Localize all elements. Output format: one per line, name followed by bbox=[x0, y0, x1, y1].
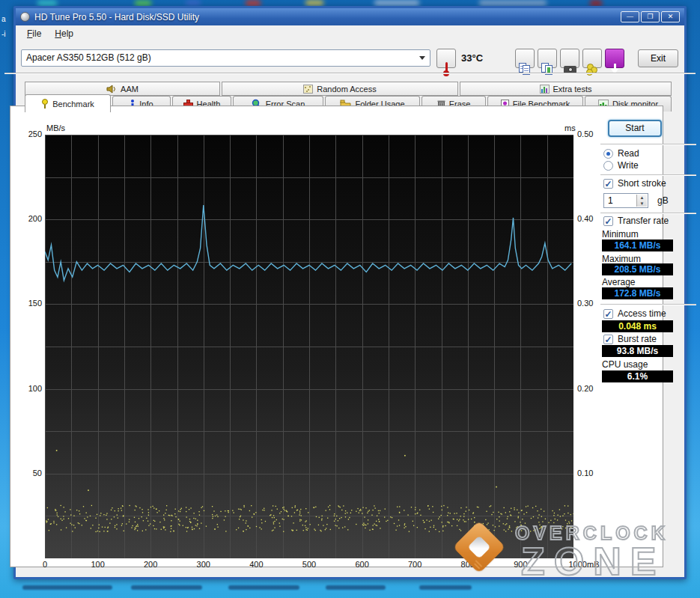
window-title: HD Tune Pro 5.50 - Hard Disk/SSD Utility bbox=[34, 12, 199, 22]
taskbar-blur-text bbox=[326, 585, 386, 590]
minimum-value: 164.1 MB/s bbox=[602, 239, 673, 251]
benchmark-chart bbox=[45, 135, 573, 558]
cpu-usage-label: CPU usage bbox=[602, 359, 648, 370]
separator bbox=[600, 174, 696, 176]
chevron-down-icon bbox=[419, 56, 425, 60]
short-stroke-checkbox[interactable]: ✓ Short stroke bbox=[603, 178, 666, 189]
y-axis-tick-label: 150 bbox=[19, 299, 42, 308]
transfer-rate-label: Transfer rate bbox=[618, 216, 669, 226]
checkbox-checked-icon: ✓ bbox=[603, 179, 613, 189]
y-axis-tick-label: 100 bbox=[19, 384, 42, 393]
x-axis-tick-label: 700 bbox=[391, 560, 439, 569]
app-icon bbox=[20, 12, 30, 22]
burst-rate-label: Burst rate bbox=[618, 334, 657, 344]
stepper-arrows[interactable]: ▲▼ bbox=[636, 195, 647, 207]
y-axis-tick-label: 200 bbox=[19, 214, 42, 223]
speaker-icon bbox=[106, 85, 117, 94]
stepper-value: 1 bbox=[608, 195, 613, 206]
mini-chart-icon bbox=[540, 85, 550, 94]
radio-icon bbox=[603, 161, 613, 171]
tab-label: AAM bbox=[121, 85, 139, 94]
right-axis-tick-label: 0.40 bbox=[577, 214, 603, 223]
write-radio[interactable]: Write bbox=[603, 160, 639, 171]
drive-select-value: Apacer AS350 512GB (512 gB) bbox=[26, 52, 151, 63]
tab-benchmark[interactable]: Benchmark bbox=[25, 94, 111, 112]
right-axis-tick-label: 0.30 bbox=[577, 299, 603, 308]
copy-text-button[interactable] bbox=[515, 49, 535, 68]
transfer-rate-checkbox[interactable]: ✓ Transfer rate bbox=[603, 216, 669, 226]
tab-label: Extra tests bbox=[553, 85, 592, 94]
write-radio-label: Write bbox=[618, 160, 639, 171]
toolbar-separator bbox=[4, 73, 696, 74]
tab-label: Random Access bbox=[317, 85, 376, 94]
exit-button[interactable]: Exit bbox=[638, 49, 678, 67]
right-axis-tick-label: 0.50 bbox=[577, 129, 603, 138]
left-axis-unit: MB/s bbox=[46, 123, 65, 132]
desktop-text-fragment: -i bbox=[1, 30, 6, 38]
burst-rate-checkbox[interactable]: ✓ Burst rate bbox=[603, 334, 657, 344]
minimize-button[interactable]: — bbox=[621, 11, 639, 22]
separator bbox=[600, 304, 696, 305]
maximum-value: 208.5 MB/s bbox=[602, 263, 673, 275]
right-axis-tick-label: 0.20 bbox=[577, 384, 603, 393]
close-button[interactable]: ✕ bbox=[661, 11, 680, 22]
copy-image-button[interactable] bbox=[538, 49, 557, 68]
tab-label: Benchmark bbox=[52, 100, 94, 109]
taskbar-blur-text bbox=[228, 585, 299, 590]
access-time-checkbox[interactable]: ✓ Access time bbox=[603, 308, 666, 319]
access-time-value: 0.048 ms bbox=[602, 320, 673, 332]
x-axis-tick-label: 200 bbox=[127, 560, 174, 569]
y-axis-tick-label: 50 bbox=[19, 469, 42, 478]
taskbar-blur-text bbox=[22, 585, 112, 590]
desktop-text-fragment: a bbox=[1, 15, 6, 23]
title-bar[interactable]: HD Tune Pro 5.50 - Hard Disk/SSD Utility… bbox=[16, 8, 684, 25]
checkbox-checked-icon: ✓ bbox=[603, 216, 613, 226]
read-radio[interactable]: Read bbox=[603, 148, 639, 159]
screenshot-button[interactable] bbox=[560, 49, 579, 68]
right-axis-unit: ms bbox=[564, 123, 576, 132]
x-axis-tick-label: 0 bbox=[21, 560, 69, 569]
short-stroke-size-stepper[interactable]: 1 ▲▼ bbox=[603, 193, 648, 208]
desktop-icon-blob bbox=[374, 0, 419, 6]
save-button[interactable] bbox=[582, 49, 602, 68]
x-axis-tick-label: 500 bbox=[285, 560, 333, 569]
x-axis-tick-label: 600 bbox=[338, 560, 386, 569]
tab-random-access[interactable]: Random Access bbox=[222, 82, 458, 96]
x-axis-tick-label: 1000mB bbox=[560, 560, 608, 569]
average-label: Average bbox=[602, 277, 635, 287]
random-dots-icon bbox=[303, 85, 313, 94]
stepper-unit-label: gB bbox=[657, 195, 669, 206]
checkbox-checked-icon: ✓ bbox=[603, 309, 613, 319]
drive-select[interactable]: Apacer AS350 512GB (512 gB) bbox=[21, 49, 430, 67]
checkbox-checked-icon: ✓ bbox=[603, 335, 613, 344]
menu-bar: File Help bbox=[16, 25, 684, 42]
average-value: 172.8 MB/s bbox=[602, 287, 673, 299]
maximum-label: Maximum bbox=[602, 254, 641, 264]
minimum-label: Minimum bbox=[602, 229, 639, 239]
desktop-icon-blob bbox=[479, 0, 547, 6]
burst-rate-value: 93.8 MB/s bbox=[602, 345, 673, 357]
benchmark-icon bbox=[41, 99, 49, 109]
y-axis-tick-label: 250 bbox=[19, 129, 42, 138]
desktop-icon-blob bbox=[305, 0, 323, 6]
short-stroke-label: Short stroke bbox=[618, 178, 666, 189]
read-radio-label: Read bbox=[618, 148, 639, 159]
x-axis-tick-label: 300 bbox=[180, 560, 228, 569]
separator bbox=[600, 213, 696, 214]
desktop-icon-blob bbox=[186, 0, 201, 6]
tab-extra-tests[interactable]: Extra tests bbox=[460, 82, 672, 96]
separator bbox=[600, 144, 696, 145]
temperature-readout: 33°C bbox=[461, 52, 483, 64]
temperature-button[interactable] bbox=[436, 49, 456, 68]
x-axis-tick-label: 900 bbox=[496, 560, 544, 569]
x-axis-tick-label: 800 bbox=[444, 560, 492, 569]
x-axis-tick-label: 400 bbox=[232, 560, 280, 569]
taskbar-blur-text bbox=[131, 585, 202, 590]
menu-file[interactable]: File bbox=[20, 27, 48, 40]
cpu-usage-value: 6.1% bbox=[602, 370, 673, 382]
taskbar-blur-text bbox=[419, 585, 472, 590]
download-button[interactable] bbox=[605, 49, 624, 68]
start-button[interactable]: Start bbox=[608, 120, 662, 137]
maximize-button[interactable]: ❐ bbox=[641, 11, 660, 22]
menu-help[interactable]: Help bbox=[48, 27, 80, 40]
